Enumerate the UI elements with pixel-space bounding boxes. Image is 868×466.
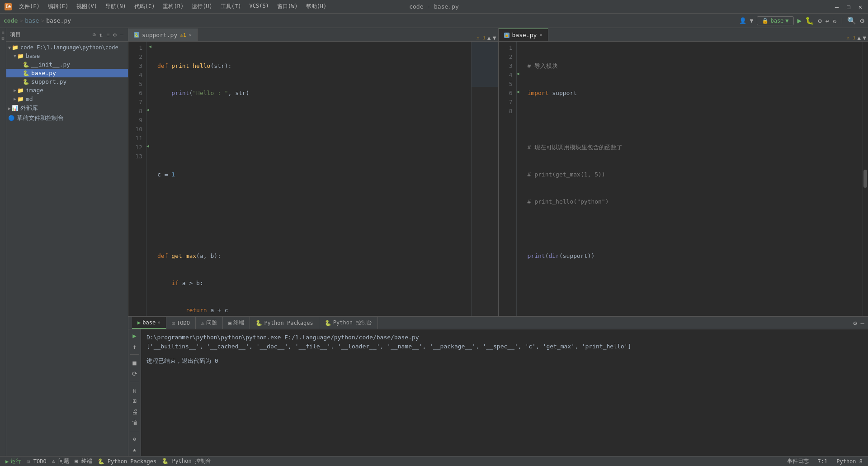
minimize-button[interactable]: — (834, 4, 840, 10)
tree-item-scratch[interactable]: 🔵 草稿文件和控制台 (6, 113, 128, 123)
panel-settings-icon[interactable]: ⚙ (853, 319, 857, 327)
outer-icon-2[interactable]: ⊞ (1, 36, 4, 41)
panel-minimize-icon[interactable]: — (861, 319, 864, 327)
right-line-num-8: 8 (500, 107, 513, 116)
panel-scroll-up[interactable]: ↑ (130, 342, 139, 351)
tab-base[interactable]: 🔒 base.py ✕ (499, 29, 548, 41)
menu-window[interactable]: 窗口(W) (274, 2, 302, 11)
panel-favorite[interactable]: ★ (130, 445, 139, 454)
panel-tab-problems-label: 问题 (206, 319, 217, 327)
right-nav-up[interactable]: ▲ (857, 34, 861, 41)
tab-support[interactable]: 🐍 support.py ⚠1 ✕ (128, 29, 198, 41)
breadcrumb-root[interactable]: code (4, 17, 18, 24)
panel-tab-run[interactable]: ▶ base ✕ (132, 317, 166, 329)
library-icon: 📊 (12, 105, 19, 111)
menu-navigate[interactable]: 导航(N) (102, 2, 130, 11)
status-run-icon: ▶ (5, 458, 9, 465)
run-debug-icon[interactable]: 🐛 (805, 16, 814, 25)
status-todo[interactable]: ☑ TODO (25, 458, 48, 465)
tab-base-close[interactable]: ✕ (539, 32, 542, 38)
right-code-editor[interactable]: 1 2 3 4 5 6 7 8 (499, 42, 863, 316)
status-terminal[interactable]: ▣ 终端 (73, 457, 94, 465)
tree-item-base[interactable]: ▼ 📁 base (6, 52, 128, 60)
menu-help[interactable]: 帮助(H) (302, 2, 330, 11)
tree-item-supportpy[interactable]: 🐍 support.py (6, 77, 128, 86)
right-code-line-6: # print_hello("python") (528, 197, 859, 206)
status-event-log[interactable]: 事件日志 (785, 457, 811, 465)
run-separator: | (840, 17, 844, 24)
panel-run-btn[interactable]: ▶ (130, 331, 139, 340)
title-bar-controls: — ❐ ✕ (834, 4, 863, 10)
tree-item-basepy[interactable]: 🐍 base.py (6, 69, 128, 77)
panel-print[interactable]: 🖨 (130, 407, 139, 416)
right-scrollbar[interactable] (863, 42, 868, 316)
right-nav-down[interactable]: ▼ (863, 34, 866, 41)
breadcrumb-file[interactable]: base.py (46, 17, 71, 24)
status-python-packages[interactable]: 🐍 Python Packages (96, 458, 159, 465)
menu-edit[interactable]: 编辑(E) (44, 2, 72, 11)
code-line-10: return a + c (157, 306, 467, 315)
left-code-lines[interactable]: def print_hello(str): print("Hello : ", … (154, 42, 471, 316)
menu-file[interactable]: 文件(F) (15, 2, 43, 11)
panel-stop[interactable]: ■ (130, 358, 139, 367)
panel-tab-python-packages[interactable]: 🐍 Python Packages (250, 317, 319, 329)
sidebar-collapse-icon[interactable]: — (119, 31, 124, 39)
tree-item-init[interactable]: 🐍 __init__.py (6, 60, 128, 69)
sidebar-settings-icon[interactable]: ⚙ (113, 31, 118, 39)
tab-support-label: support.py (142, 32, 177, 38)
panel-wrap[interactable]: ⊞ (130, 396, 139, 405)
panel-tab-todo[interactable]: ☑ TODO (166, 317, 196, 329)
menu-run[interactable]: 运行(U) (188, 2, 216, 11)
search-icon[interactable]: 🔍 (847, 16, 856, 25)
menu-code[interactable]: 代码(C) (131, 2, 159, 11)
code-line-4 (157, 143, 467, 152)
left-nav-down[interactable]: ▼ (493, 34, 496, 41)
status-position[interactable]: 7:1 (816, 458, 830, 465)
run-config-icon: 🔒 (762, 18, 769, 24)
breadcrumb-base[interactable]: base (25, 17, 39, 24)
sidebar-sort-icon[interactable]: ⇅ (99, 31, 104, 39)
panel-tab-terminal[interactable]: ▣ 终端 (223, 317, 250, 329)
user-profile-icon[interactable]: 👤 ▼ (739, 17, 754, 24)
status-problems[interactable]: ⚠ 问题 (50, 457, 71, 465)
panel-settings2[interactable]: ⚙ (130, 435, 139, 444)
tree-item-external[interactable]: ▶ 📊 外部库 (6, 103, 128, 113)
tree-item-md[interactable]: ▶ 📁 md (6, 95, 128, 103)
terminal-area[interactable]: D:\programmer\python\python\python.exe E… (141, 329, 868, 456)
sidebar-menu-icon[interactable]: ≡ (105, 31, 110, 39)
menu-view[interactable]: 视图(V) (73, 2, 101, 11)
run-coverage-icon[interactable]: ⚙ (818, 17, 821, 24)
right-code-lines[interactable]: # 导入模块 import support # 现在可以调用模块里包含的函数了 … (524, 42, 863, 316)
tree-item-image[interactable]: ▶ 📁 image (6, 86, 128, 95)
code-line-8: def get_max(a, b): (157, 252, 467, 261)
panel-tab-python-console-label: Python 控制台 (333, 319, 373, 327)
menu-bar[interactable]: 文件(F) 编辑(E) 视图(V) 导航(N) 代码(C) 重构(R) 运行(U… (15, 2, 330, 11)
run-stop-icon[interactable]: ↻ (833, 17, 836, 24)
run-profile-icon[interactable]: ↩ (826, 17, 829, 24)
left-code-editor[interactable]: 1 2 3 4 5 6 7 8 9 10 11 (128, 42, 471, 316)
panel-clear[interactable]: 🗑 (130, 418, 139, 427)
panel-tab-problems[interactable]: ⚠ 问题 (196, 317, 223, 329)
panel-rerun[interactable]: ⟳ (130, 369, 139, 378)
sidebar-add-icon[interactable]: ⊕ (92, 31, 97, 39)
left-nav-up[interactable]: ▲ (487, 34, 491, 41)
status-python-version[interactable]: Python 8 (835, 458, 864, 465)
menu-vcs[interactable]: VCS(S) (246, 2, 273, 11)
scrollbar-thumb[interactable] (863, 170, 867, 188)
menu-refactor[interactable]: 重构(R) (159, 2, 187, 11)
tree-item-root[interactable]: ▼ 📁 code E:\1.language\python\code (6, 43, 128, 52)
tab-support-close[interactable]: ✕ (189, 32, 192, 38)
panel-tab-run-close[interactable]: ✕ (157, 319, 160, 325)
run-config-button[interactable]: 🔒 base ▼ (757, 16, 793, 25)
status-run-button[interactable]: ▶ 运行 (4, 457, 23, 465)
maximize-button[interactable]: ❐ (845, 4, 852, 10)
panel-tab-python-console[interactable]: 🐍 Python 控制台 (319, 317, 378, 329)
settings-icon[interactable]: ⚙ (860, 16, 864, 25)
outer-icon-1[interactable]: ≡ (1, 30, 4, 35)
panel-sort[interactable]: ⇅ (130, 386, 139, 395)
tree-label-external: 外部库 (20, 104, 38, 112)
menu-tools[interactable]: 工具(T) (217, 2, 245, 11)
status-python-console[interactable]: 🐍 Python 控制台 (160, 457, 213, 465)
close-button[interactable]: ✕ (857, 4, 863, 10)
run-play-icon[interactable]: ▶ (797, 16, 802, 25)
